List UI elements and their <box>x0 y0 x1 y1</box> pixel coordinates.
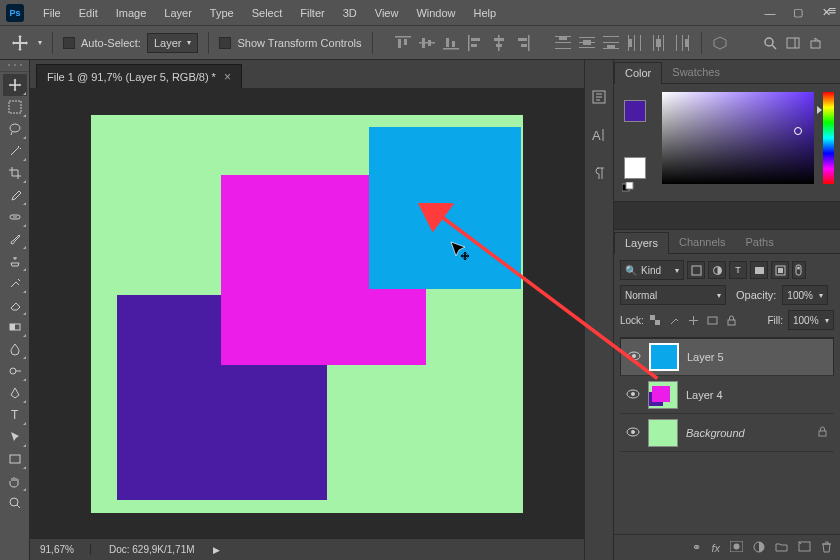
minimize-button[interactable]: — <box>756 2 784 24</box>
gradient-tool[interactable] <box>3 316 27 338</box>
hand-tool[interactable] <box>3 470 27 492</box>
menu-select[interactable]: Select <box>243 7 292 19</box>
lock-pixels-icon[interactable] <box>668 313 682 327</box>
layer-thumbnail[interactable] <box>649 343 679 371</box>
distribute-left-icon[interactable] <box>627 35 643 51</box>
color-field[interactable] <box>662 92 814 184</box>
distribute-hcenter-icon[interactable] <box>651 35 667 51</box>
canvas-viewport[interactable] <box>30 88 584 538</box>
layer-thumbnail[interactable] <box>648 381 678 409</box>
fill-field[interactable]: 100%▾ <box>788 310 834 330</box>
menu-image[interactable]: Image <box>107 7 156 19</box>
filter-toggle-switch[interactable] <box>792 261 806 279</box>
filter-type-icon[interactable]: T <box>729 261 747 279</box>
visibility-toggle[interactable] <box>627 351 641 363</box>
share-icon[interactable] <box>806 33 826 53</box>
filter-smart-icon[interactable] <box>771 261 789 279</box>
blur-tool[interactable] <box>3 338 27 360</box>
hue-slider[interactable] <box>823 92 834 184</box>
align-hcenter-icon[interactable] <box>491 35 507 51</box>
layer-row[interactable]: Layer 5 <box>620 338 834 376</box>
group-icon[interactable] <box>775 541 788 554</box>
dodge-tool[interactable] <box>3 360 27 382</box>
distribute-top-icon[interactable] <box>555 35 571 51</box>
menu-view[interactable]: View <box>366 7 408 19</box>
layer-name[interactable]: Layer 4 <box>686 389 723 401</box>
status-docsize[interactable]: Doc: 629,9K/1,71M <box>109 544 195 555</box>
menu-window[interactable]: Window <box>407 7 464 19</box>
layer-row[interactable]: Layer 4 <box>620 376 834 414</box>
search-icon[interactable] <box>760 33 780 53</box>
align-vcenter-icon[interactable] <box>419 35 435 51</box>
color-selector-ring[interactable] <box>794 127 802 135</box>
lock-artboard-icon[interactable] <box>706 313 720 327</box>
eraser-tool[interactable] <box>3 294 27 316</box>
menu-3d[interactable]: 3D <box>334 7 366 19</box>
status-zoom[interactable]: 91,67% <box>40 544 91 555</box>
history-panel-icon[interactable] <box>588 86 610 108</box>
eyedropper-tool[interactable] <box>3 184 27 206</box>
layers-panel-menu-icon[interactable]: ≡ <box>828 3 836 18</box>
filter-pixel-icon[interactable] <box>687 261 705 279</box>
tab-layers[interactable]: Layers <box>614 232 669 254</box>
foreground-color-swatch[interactable] <box>624 100 646 122</box>
tab-paths[interactable]: Paths <box>736 232 784 253</box>
align-top-icon[interactable] <box>395 35 411 51</box>
align-right-icon[interactable] <box>515 35 531 51</box>
zoom-tool[interactable] <box>3 492 27 514</box>
canvas-object-cyan[interactable] <box>369 127 521 289</box>
align-bottom-icon[interactable] <box>443 35 459 51</box>
menu-layer[interactable]: Layer <box>155 7 201 19</box>
healing-tool[interactable] <box>3 206 27 228</box>
document-tab[interactable]: File 1 @ 91,7% (Layer 5, RGB/8) * × <box>36 64 242 88</box>
workspace-icon[interactable] <box>783 33 803 53</box>
show-transform-checkbox[interactable] <box>219 37 231 49</box>
layer-mask-icon[interactable] <box>730 541 743 554</box>
auto-select-checkbox[interactable] <box>63 37 75 49</box>
crop-tool[interactable] <box>3 162 27 184</box>
align-left-icon[interactable] <box>467 35 483 51</box>
path-select-tool[interactable] <box>3 426 27 448</box>
paragraph-panel-icon[interactable] <box>588 162 610 184</box>
type-tool[interactable]: T <box>3 404 27 426</box>
layer-name[interactable]: Background <box>686 427 745 439</box>
canvas[interactable] <box>91 115 523 513</box>
marquee-tool[interactable] <box>3 96 27 118</box>
move-tool[interactable] <box>3 74 27 96</box>
pen-tool[interactable] <box>3 382 27 404</box>
lasso-tool[interactable] <box>3 118 27 140</box>
menu-help[interactable]: Help <box>465 7 506 19</box>
clone-stamp-tool[interactable] <box>3 250 27 272</box>
tool-preset-chevron-icon[interactable]: ▾ <box>38 38 42 47</box>
lock-transparency-icon[interactable] <box>649 313 663 327</box>
menu-filter[interactable]: Filter <box>291 7 333 19</box>
layer-row[interactable]: Background <box>620 414 834 452</box>
layer-filter-kind-dropdown[interactable]: 🔍Kind▾ <box>620 260 684 280</box>
menu-type[interactable]: Type <box>201 7 243 19</box>
auto-select-target-dropdown[interactable]: Layer▾ <box>147 33 199 53</box>
tab-color[interactable]: Color <box>614 62 662 84</box>
history-brush-tool[interactable] <box>3 272 27 294</box>
menu-file[interactable]: File <box>34 7 70 19</box>
character-panel-icon[interactable]: A <box>588 124 610 146</box>
close-tab-icon[interactable]: × <box>224 70 231 84</box>
default-colors-icon[interactable] <box>622 182 636 192</box>
visibility-toggle[interactable] <box>626 427 640 439</box>
maximize-button[interactable]: ▢ <box>784 2 812 24</box>
layer-style-icon[interactable]: fx <box>711 542 720 554</box>
magic-wand-tool[interactable] <box>3 140 27 162</box>
filter-adjustment-icon[interactable] <box>708 261 726 279</box>
tab-swatches[interactable]: Swatches <box>662 62 730 83</box>
filter-shape-icon[interactable] <box>750 261 768 279</box>
background-color-swatch[interactable] <box>624 157 646 179</box>
link-layers-icon[interactable]: ⚭ <box>692 541 701 554</box>
adjustment-layer-icon[interactable] <box>753 541 765 555</box>
distribute-vcenter-icon[interactable] <box>579 35 595 51</box>
distribute-bottom-icon[interactable] <box>603 35 619 51</box>
distribute-right-icon[interactable] <box>675 35 691 51</box>
rectangle-tool[interactable] <box>3 448 27 470</box>
opacity-field[interactable]: 100%▾ <box>782 285 828 305</box>
delete-layer-icon[interactable] <box>821 541 832 555</box>
lock-position-icon[interactable] <box>687 313 701 327</box>
status-chevron-icon[interactable]: ▶ <box>213 545 220 555</box>
